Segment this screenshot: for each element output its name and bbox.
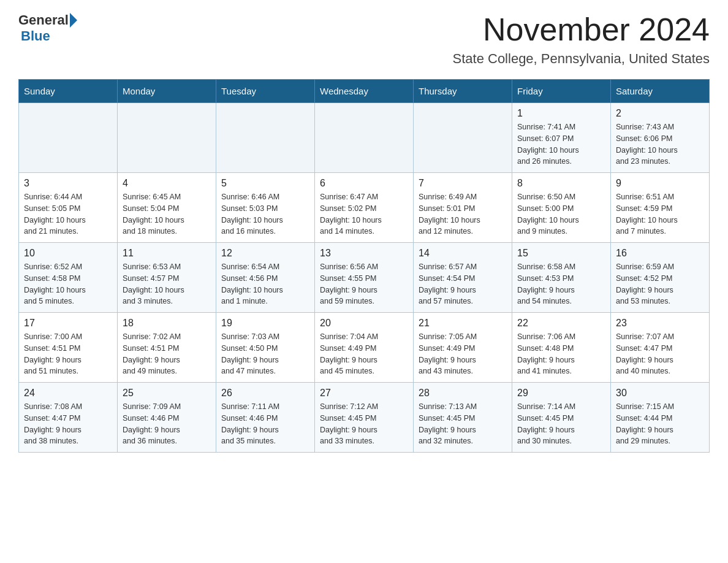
calendar-cell: 14Sunrise: 6:57 AMSunset: 4:54 PMDayligh… <box>414 243 512 313</box>
day-info: Sunrise: 7:43 AMSunset: 6:06 PMDaylight:… <box>616 121 704 167</box>
calendar-cell: 22Sunrise: 7:06 AMSunset: 4:48 PMDayligh… <box>512 313 611 383</box>
day-number: 21 <box>419 318 507 329</box>
day-info: Sunrise: 7:05 AMSunset: 4:49 PMDaylight:… <box>419 331 507 377</box>
day-number: 5 <box>221 178 309 189</box>
day-number: 27 <box>320 388 408 399</box>
day-info: Sunrise: 7:09 AMSunset: 4:46 PMDaylight:… <box>123 401 211 447</box>
day-info: Sunrise: 6:45 AMSunset: 5:04 PMDaylight:… <box>123 191 211 237</box>
day-info: Sunrise: 6:56 AMSunset: 4:55 PMDaylight:… <box>320 261 408 307</box>
calendar-cell: 24Sunrise: 7:08 AMSunset: 4:47 PMDayligh… <box>19 383 118 453</box>
day-number: 22 <box>517 318 605 329</box>
day-info: Sunrise: 6:49 AMSunset: 5:01 PMDaylight:… <box>419 191 507 237</box>
calendar-cell <box>414 103 512 173</box>
day-info: Sunrise: 6:46 AMSunset: 5:03 PMDaylight:… <box>221 191 309 237</box>
calendar-week-row: 1Sunrise: 7:41 AMSunset: 6:07 PMDaylight… <box>19 103 710 173</box>
day-info: Sunrise: 6:57 AMSunset: 4:54 PMDaylight:… <box>419 261 507 307</box>
calendar-cell: 12Sunrise: 6:54 AMSunset: 4:56 PMDayligh… <box>216 243 315 313</box>
calendar-cell: 18Sunrise: 7:02 AMSunset: 4:51 PMDayligh… <box>118 313 216 383</box>
calendar-cell: 20Sunrise: 7:04 AMSunset: 4:49 PMDayligh… <box>315 313 414 383</box>
calendar-cell: 6Sunrise: 6:47 AMSunset: 5:02 PMDaylight… <box>315 173 414 243</box>
day-info: Sunrise: 7:03 AMSunset: 4:50 PMDaylight:… <box>221 331 309 377</box>
calendar-cell: 4Sunrise: 6:45 AMSunset: 5:04 PMDaylight… <box>118 173 216 243</box>
day-number: 20 <box>320 318 408 329</box>
day-number: 9 <box>616 178 704 189</box>
day-number: 7 <box>419 178 507 189</box>
month-year-title: November 2024 <box>453 12 710 47</box>
calendar-cell: 21Sunrise: 7:05 AMSunset: 4:49 PMDayligh… <box>414 313 512 383</box>
calendar-cell: 1Sunrise: 7:41 AMSunset: 6:07 PMDaylight… <box>512 103 611 173</box>
title-section: November 2024 State College, Pennsylvani… <box>453 12 710 67</box>
logo: General Blue <box>18 12 77 44</box>
day-info: Sunrise: 7:41 AMSunset: 6:07 PMDaylight:… <box>517 121 605 167</box>
calendar-header-friday: Friday <box>512 80 611 103</box>
calendar-cell <box>315 103 414 173</box>
page-header: General Blue November 2024 State College… <box>18 12 710 67</box>
calendar-cell: 3Sunrise: 6:44 AMSunset: 5:05 PMDaylight… <box>19 173 118 243</box>
location-subtitle: State College, Pennsylvania, United Stat… <box>453 51 710 67</box>
day-number: 29 <box>517 388 605 399</box>
calendar-cell: 11Sunrise: 6:53 AMSunset: 4:57 PMDayligh… <box>118 243 216 313</box>
calendar-cell: 23Sunrise: 7:07 AMSunset: 4:47 PMDayligh… <box>611 313 710 383</box>
calendar-cell: 25Sunrise: 7:09 AMSunset: 4:46 PMDayligh… <box>118 383 216 453</box>
calendar-cell: 27Sunrise: 7:12 AMSunset: 4:45 PMDayligh… <box>315 383 414 453</box>
logo-arrow-icon <box>70 13 77 28</box>
day-number: 26 <box>221 388 309 399</box>
day-number: 3 <box>24 178 112 189</box>
day-number: 28 <box>419 388 507 399</box>
calendar-cell: 30Sunrise: 7:15 AMSunset: 4:44 PMDayligh… <box>611 383 710 453</box>
day-number: 1 <box>517 108 605 119</box>
day-number: 6 <box>320 178 408 189</box>
calendar-cell <box>216 103 315 173</box>
calendar-cell: 13Sunrise: 6:56 AMSunset: 4:55 PMDayligh… <box>315 243 414 313</box>
day-number: 13 <box>320 248 408 259</box>
day-number: 8 <box>517 178 605 189</box>
day-number: 17 <box>24 318 112 329</box>
day-info: Sunrise: 6:51 AMSunset: 4:59 PMDaylight:… <box>616 191 704 237</box>
calendar-header-row: SundayMondayTuesdayWednesdayThursdayFrid… <box>19 80 710 103</box>
day-number: 11 <box>123 248 211 259</box>
day-info: Sunrise: 7:11 AMSunset: 4:46 PMDaylight:… <box>221 401 309 447</box>
day-info: Sunrise: 7:15 AMSunset: 4:44 PMDaylight:… <box>616 401 704 447</box>
calendar-cell: 7Sunrise: 6:49 AMSunset: 5:01 PMDaylight… <box>414 173 512 243</box>
logo-general-text: General <box>18 12 69 28</box>
day-info: Sunrise: 7:04 AMSunset: 4:49 PMDaylight:… <box>320 331 408 377</box>
day-info: Sunrise: 7:13 AMSunset: 4:45 PMDaylight:… <box>419 401 507 447</box>
calendar-cell: 5Sunrise: 6:46 AMSunset: 5:03 PMDaylight… <box>216 173 315 243</box>
day-number: 2 <box>616 108 704 119</box>
calendar-cell: 16Sunrise: 6:59 AMSunset: 4:52 PMDayligh… <box>611 243 710 313</box>
calendar-header-thursday: Thursday <box>414 80 512 103</box>
calendar-header-tuesday: Tuesday <box>216 80 315 103</box>
calendar-cell: 8Sunrise: 6:50 AMSunset: 5:00 PMDaylight… <box>512 173 611 243</box>
logo-blue-text: Blue <box>21 28 50 44</box>
day-number: 12 <box>221 248 309 259</box>
calendar-week-row: 3Sunrise: 6:44 AMSunset: 5:05 PMDaylight… <box>19 173 710 243</box>
day-number: 4 <box>123 178 211 189</box>
calendar-cell: 10Sunrise: 6:52 AMSunset: 4:58 PMDayligh… <box>19 243 118 313</box>
calendar-header-sunday: Sunday <box>19 80 118 103</box>
day-number: 30 <box>616 388 704 399</box>
calendar-cell: 9Sunrise: 6:51 AMSunset: 4:59 PMDaylight… <box>611 173 710 243</box>
calendar-week-row: 17Sunrise: 7:00 AMSunset: 4:51 PMDayligh… <box>19 313 710 383</box>
calendar-week-row: 10Sunrise: 6:52 AMSunset: 4:58 PMDayligh… <box>19 243 710 313</box>
calendar-cell: 19Sunrise: 7:03 AMSunset: 4:50 PMDayligh… <box>216 313 315 383</box>
day-number: 25 <box>123 388 211 399</box>
day-info: Sunrise: 6:53 AMSunset: 4:57 PMDaylight:… <box>123 261 211 307</box>
day-info: Sunrise: 7:06 AMSunset: 4:48 PMDaylight:… <box>517 331 605 377</box>
day-info: Sunrise: 7:12 AMSunset: 4:45 PMDaylight:… <box>320 401 408 447</box>
day-info: Sunrise: 6:54 AMSunset: 4:56 PMDaylight:… <box>221 261 309 307</box>
calendar-cell: 17Sunrise: 7:00 AMSunset: 4:51 PMDayligh… <box>19 313 118 383</box>
day-info: Sunrise: 7:08 AMSunset: 4:47 PMDaylight:… <box>24 401 112 447</box>
calendar-cell <box>19 103 118 173</box>
day-info: Sunrise: 7:14 AMSunset: 4:45 PMDaylight:… <box>517 401 605 447</box>
day-number: 10 <box>24 248 112 259</box>
day-info: Sunrise: 6:47 AMSunset: 5:02 PMDaylight:… <box>320 191 408 237</box>
day-info: Sunrise: 7:02 AMSunset: 4:51 PMDaylight:… <box>123 331 211 377</box>
calendar-cell: 15Sunrise: 6:58 AMSunset: 4:53 PMDayligh… <box>512 243 611 313</box>
calendar-cell: 2Sunrise: 7:43 AMSunset: 6:06 PMDaylight… <box>611 103 710 173</box>
day-number: 24 <box>24 388 112 399</box>
calendar-cell: 28Sunrise: 7:13 AMSunset: 4:45 PMDayligh… <box>414 383 512 453</box>
calendar-cell: 29Sunrise: 7:14 AMSunset: 4:45 PMDayligh… <box>512 383 611 453</box>
day-info: Sunrise: 7:00 AMSunset: 4:51 PMDaylight:… <box>24 331 112 377</box>
day-number: 19 <box>221 318 309 329</box>
day-number: 23 <box>616 318 704 329</box>
